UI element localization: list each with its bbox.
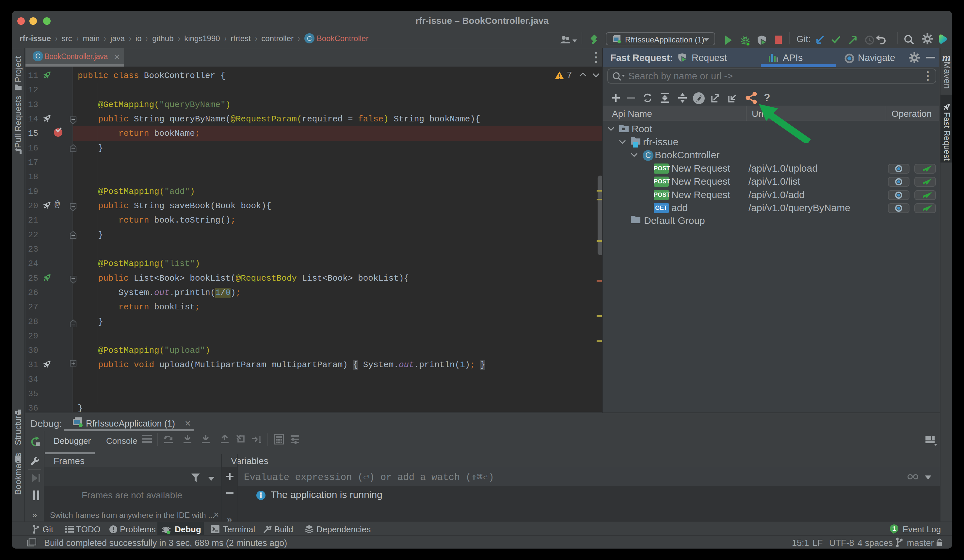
svg-text:1: 1 [892, 525, 896, 532]
